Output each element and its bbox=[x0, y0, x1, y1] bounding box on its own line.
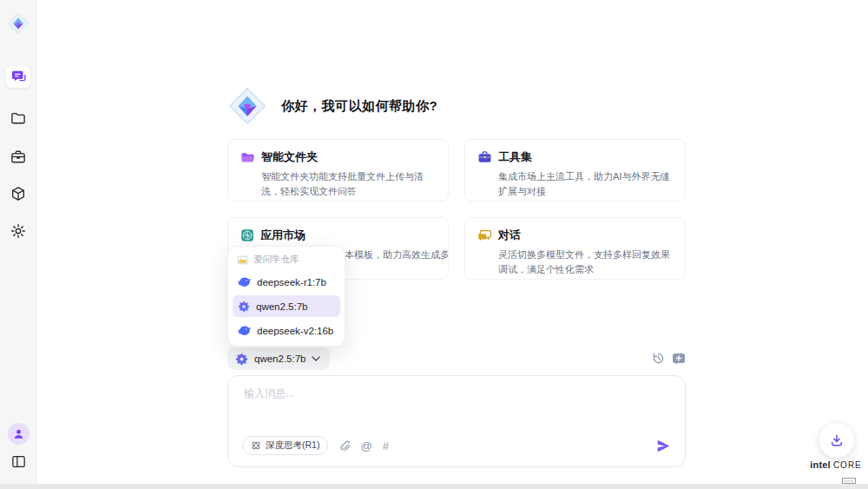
collapse-panel-icon[interactable] bbox=[6, 449, 30, 473]
sidebar-item-toolbox[interactable] bbox=[6, 144, 30, 169]
sidebar-item-folders[interactable] bbox=[6, 106, 30, 130]
download-button[interactable] bbox=[819, 423, 854, 458]
composer-toolbar: 深度思考(R1) @ # bbox=[242, 436, 671, 455]
chevron-down-icon bbox=[312, 356, 320, 361]
card-title: 应用市场 bbox=[260, 228, 306, 243]
card-description: 智能文件夹功能支持批量文件上传与清洗，轻松实现文件问答 bbox=[261, 169, 439, 199]
card-title: 工具集 bbox=[498, 149, 532, 165]
dropdown-group-label: 爱问学仓库 bbox=[253, 254, 299, 266]
card-description: 灵活切换多模型文件，支持多样回复效果调试，满足个性化需求 bbox=[498, 248, 676, 277]
hero: 你好，我可以如何帮助你? bbox=[227, 85, 686, 127]
qwen-logo-icon bbox=[238, 301, 250, 313]
mention-at-icon[interactable]: @ bbox=[360, 440, 372, 452]
deepseek-whale-icon bbox=[238, 326, 251, 336]
gold-chat-bubbles-icon bbox=[477, 229, 492, 242]
diamond-logo-icon bbox=[6, 11, 30, 36]
sidebar-item-chat[interactable] bbox=[6, 66, 30, 88]
teal-app-grid-icon bbox=[240, 228, 254, 242]
purple-folder-icon bbox=[240, 151, 255, 164]
cube-icon bbox=[10, 186, 26, 202]
card-dialogue[interactable]: 对话 灵活切换多模型文件，支持多样回复效果调试，满足个性化需求 bbox=[464, 217, 686, 280]
new-chat-icon[interactable] bbox=[672, 353, 686, 365]
model-option-label: deepseek-v2:16b bbox=[257, 326, 333, 336]
history-icon[interactable] bbox=[652, 352, 665, 365]
model-selector-row: qwen2.5:7b bbox=[227, 347, 686, 370]
sidebar-item-settings[interactable] bbox=[6, 219, 30, 243]
intel-core-badge: intel core ultra bbox=[810, 459, 862, 486]
blue-briefcase-icon bbox=[477, 150, 492, 164]
sidebar-item-profile[interactable] bbox=[6, 422, 30, 445]
gear-icon bbox=[10, 223, 26, 239]
atom-icon bbox=[251, 440, 261, 451]
intel-brand-text: intel bbox=[810, 459, 831, 470]
briefcase-icon bbox=[10, 149, 26, 164]
attachment-paperclip-icon[interactable] bbox=[339, 439, 350, 453]
sidebar-item-models[interactable] bbox=[6, 182, 30, 206]
model-option-deepseek-v2[interactable]: deepseek-v2:16b bbox=[233, 320, 340, 341]
message-input[interactable] bbox=[244, 387, 669, 428]
download-icon bbox=[830, 433, 844, 447]
window-bottom-edge bbox=[0, 484, 868, 489]
intel-tier-text: ultra bbox=[842, 478, 856, 484]
card-smart-folder[interactable]: 智能文件夹 智能文件夹功能支持批量文件上传与清洗，轻松实现文件问答 bbox=[227, 139, 449, 202]
model-option-label: qwen2.5:7b bbox=[256, 301, 307, 312]
sidebar bbox=[0, 0, 36, 484]
card-title: 对话 bbox=[498, 228, 521, 243]
model-option-deepseek-r1[interactable]: deepseek-r1:7b bbox=[233, 271, 340, 293]
repository-icon bbox=[237, 255, 248, 265]
folder-icon bbox=[10, 111, 26, 125]
deep-think-label: 深度思考(R1) bbox=[266, 439, 319, 452]
model-option-qwen[interactable]: qwen2.5:7b bbox=[233, 295, 340, 317]
greeting-title: 你好，我可以如何帮助你? bbox=[281, 98, 437, 115]
card-toolset[interactable]: 工具集 集成市场上主流工具，助力AI与外界无缝扩展与对接 bbox=[464, 139, 686, 202]
selected-model-label: qwen2.5:7b bbox=[254, 354, 306, 364]
deepseek-whale-icon bbox=[238, 277, 251, 287]
intel-product-text: core bbox=[833, 460, 862, 470]
card-description: 集成市场上主流工具，助力AI与外界无缝扩展与对接 bbox=[498, 169, 676, 199]
model-dropdown: 爱问学仓库 deepseek-r1:7b qwen2.5:7b bbox=[227, 246, 345, 347]
diamond-logo-icon-large bbox=[227, 86, 267, 126]
message-composer: 深度思考(R1) @ # bbox=[227, 375, 686, 467]
deep-think-toggle[interactable]: 深度思考(R1) bbox=[242, 436, 328, 455]
app-logo bbox=[6, 11, 30, 36]
chat-icon bbox=[11, 70, 26, 83]
model-option-label: deepseek-r1:7b bbox=[257, 277, 326, 287]
qwen-logo-icon bbox=[235, 353, 248, 366]
card-title: 智能文件夹 bbox=[261, 149, 318, 165]
model-selector-button[interactable]: qwen2.5:7b bbox=[227, 347, 330, 370]
avatar bbox=[8, 423, 30, 445]
prompt-hash-icon[interactable]: # bbox=[383, 440, 389, 452]
send-button[interactable] bbox=[656, 439, 671, 453]
dropdown-group-header: 爱问学仓库 bbox=[233, 251, 340, 268]
